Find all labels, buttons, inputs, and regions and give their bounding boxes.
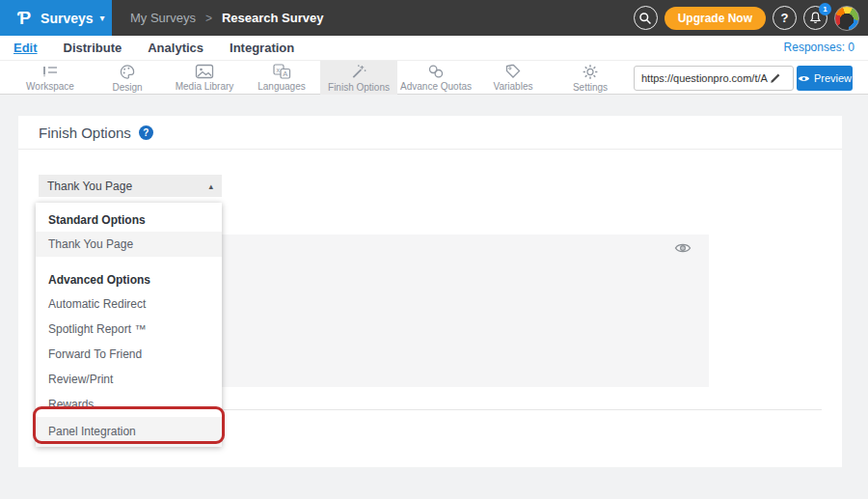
menu-item-automatic-redirect[interactable]: Automatic Redirect bbox=[36, 291, 222, 317]
preview-button[interactable]: Preview bbox=[797, 66, 853, 91]
workspace-icon bbox=[41, 65, 60, 79]
panel-eye-button[interactable] bbox=[674, 242, 692, 254]
pencil-icon bbox=[770, 72, 781, 84]
finish-option-dropdown[interactable]: Thank You Page ▴ bbox=[39, 175, 222, 197]
tab-languages[interactable]: xA Languages bbox=[243, 61, 320, 95]
svg-text:x: x bbox=[276, 67, 280, 73]
menu-item-spotlight-report[interactable]: Spotlight Report ™ bbox=[36, 317, 222, 342]
menu-group-advanced: Advanced Options bbox=[36, 268, 222, 291]
breadcrumb-my-surveys[interactable]: My Surveys bbox=[130, 11, 196, 25]
tab-label: Media Library bbox=[176, 81, 234, 92]
tab-settings[interactable]: Settings bbox=[552, 61, 629, 95]
palette-icon bbox=[119, 64, 136, 80]
top-header: Ƥ Surveys ▾ My Surveys > Research Survey… bbox=[0, 0, 868, 36]
notification-badge: 1 bbox=[819, 3, 831, 15]
header-actions: Upgrade Now ? 1 bbox=[634, 0, 859, 36]
tab-label: Languages bbox=[258, 81, 306, 92]
breadcrumb: My Surveys > Research Survey bbox=[130, 0, 323, 36]
chevron-down-icon: ▾ bbox=[100, 13, 105, 23]
survey-url-input[interactable] bbox=[635, 72, 768, 84]
menu-gap bbox=[36, 257, 222, 268]
highlight-annotation bbox=[33, 406, 225, 444]
questionpro-logo-icon[interactable]: Ƥ bbox=[17, 10, 31, 27]
edit-toolbar: Workspace Design Media Library xA Langua… bbox=[0, 60, 868, 95]
title-help-icon[interactable]: ? bbox=[139, 125, 153, 140]
chain-links-icon bbox=[427, 64, 445, 79]
tab-label: Advance Quotas bbox=[400, 81, 472, 92]
tag-icon bbox=[505, 64, 521, 79]
svg-text:A: A bbox=[283, 69, 287, 78]
tab-advance-quotas[interactable]: Advance Quotas bbox=[397, 61, 475, 95]
image-icon bbox=[195, 64, 214, 79]
menu-item-thank-you-page[interactable]: Thank You Page bbox=[36, 232, 222, 257]
tab-finish-options[interactable]: Finish Options bbox=[320, 61, 397, 95]
tab-label: Finish Options bbox=[328, 82, 390, 93]
page-title: Finish Options bbox=[39, 125, 131, 141]
nav-tab-integration[interactable]: Integration bbox=[230, 41, 294, 55]
breadcrumb-separator: > bbox=[205, 12, 212, 25]
magic-wand-icon bbox=[350, 64, 367, 80]
tab-label: Settings bbox=[573, 82, 608, 93]
toolbar-tabs: Workspace Design Media Library xA Langua… bbox=[12, 61, 629, 95]
notifications-button[interactable]: 1 bbox=[803, 6, 827, 30]
survey-nav: Edit Distribute Analytics Integration Re… bbox=[0, 36, 868, 60]
breadcrumb-current-survey: Research Survey bbox=[222, 11, 324, 25]
search-icon bbox=[638, 12, 652, 25]
dropdown-selected-label: Thank You Page bbox=[47, 180, 132, 193]
nav-tab-distribute[interactable]: Distribute bbox=[64, 41, 122, 55]
preview-label: Preview bbox=[814, 72, 852, 84]
help-button[interactable]: ? bbox=[773, 6, 797, 30]
responses-count: Responses: 0 bbox=[784, 36, 854, 60]
product-label: Surveys bbox=[41, 11, 93, 26]
menu-item-forward-to-friend[interactable]: Forward To Friend bbox=[36, 342, 222, 367]
nav-tab-edit[interactable]: Edit bbox=[14, 41, 38, 55]
nav-tab-analytics[interactable]: Analytics bbox=[148, 41, 203, 55]
tab-workspace[interactable]: Workspace bbox=[12, 61, 89, 95]
menu-item-review-print[interactable]: Review/Print bbox=[36, 367, 222, 392]
product-switcher[interactable]: Ƥ Surveys ▾ bbox=[0, 0, 112, 36]
upgrade-now-button[interactable]: Upgrade Now bbox=[665, 7, 766, 30]
tab-label: Design bbox=[112, 82, 142, 93]
questionpro-app: Ƥ Surveys ▾ My Surveys > Research Survey… bbox=[0, 0, 868, 499]
tab-variables[interactable]: Variables bbox=[475, 61, 552, 95]
question-mark-icon: ? bbox=[781, 11, 789, 25]
search-button[interactable] bbox=[634, 6, 658, 30]
eye-icon bbox=[798, 74, 810, 83]
tab-label: Variables bbox=[494, 81, 533, 92]
account-avatar[interactable] bbox=[834, 6, 859, 31]
chevron-up-icon: ▴ bbox=[208, 181, 213, 191]
survey-url-field[interactable] bbox=[634, 66, 794, 91]
gear-icon bbox=[582, 64, 599, 80]
card-title-row: Finish Options ? bbox=[18, 116, 842, 150]
tab-media-library[interactable]: Media Library bbox=[166, 61, 243, 95]
eye-icon bbox=[674, 242, 692, 254]
edit-url-button[interactable] bbox=[770, 72, 781, 84]
menu-group-standard: Standard Options bbox=[36, 208, 222, 232]
tab-design[interactable]: Design bbox=[89, 61, 166, 95]
translate-icon: xA bbox=[273, 64, 291, 79]
tab-label: Workspace bbox=[26, 81, 74, 92]
